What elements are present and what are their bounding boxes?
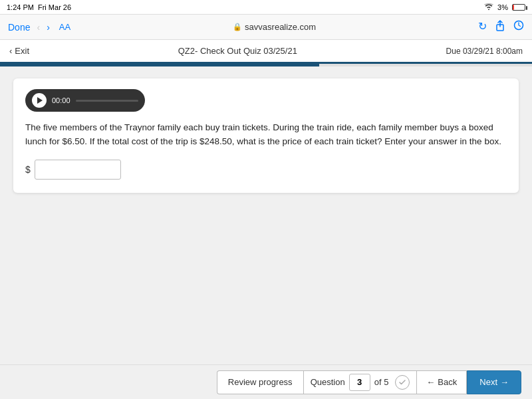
check-button[interactable]: [395, 375, 410, 390]
next-label: Next: [479, 377, 497, 387]
main-content: 00:00 The five members of the Traynor fa…: [0, 66, 532, 205]
back-label: Back: [438, 377, 457, 387]
quiz-topbar: ‹ Exit QZ2- Check Out Quiz 03/25/21 Due …: [0, 40, 532, 64]
question-text: The five members of the Traynor family e…: [25, 121, 507, 149]
dollar-sign: $: [25, 164, 31, 175]
status-time: 1:24 PM: [7, 3, 34, 11]
status-date: Fri Mar 26: [38, 3, 71, 11]
battery-icon: [512, 4, 525, 11]
forward-arrow-icon[interactable]: ›: [47, 22, 50, 33]
next-arrow-icon: →: [500, 377, 509, 387]
browser-nav-bar: Done ‹ › AA 🔒 savvasrealize.com ↻: [0, 15, 532, 40]
wifi-icon: [484, 3, 493, 11]
browser-actions: ↻: [478, 20, 524, 35]
question-card: 00:00 The five members of the Traynor fa…: [13, 78, 519, 193]
exit-label: Exit: [15, 46, 29, 56]
next-button[interactable]: Next →: [467, 370, 521, 394]
back-arrow-icon: ←: [426, 377, 435, 387]
of-total-label: of 5: [374, 377, 389, 387]
refresh-icon[interactable]: ↻: [478, 20, 487, 35]
footer: Review progress Question of 5 ← Back Nex…: [0, 364, 532, 399]
bookmark-icon[interactable]: [513, 20, 524, 35]
left-arrow-icon: ‹: [9, 46, 12, 56]
share-icon[interactable]: [495, 20, 505, 35]
audio-player: 00:00: [25, 89, 145, 112]
audio-track: [76, 100, 138, 102]
text-size-button[interactable]: AA: [59, 22, 70, 32]
quiz-title: QZ2- Check Out Quiz 03/25/21: [178, 46, 297, 56]
status-bar: 1:24 PM Fri Mar 26 3%: [0, 0, 532, 15]
url-bar: 🔒 savvasrealize.com: [77, 22, 471, 32]
exit-button[interactable]: ‹ Exit: [9, 46, 29, 56]
question-label: Question: [311, 377, 345, 387]
review-progress-button[interactable]: Review progress: [217, 370, 303, 394]
play-icon: [37, 97, 43, 104]
answer-input[interactable]: [35, 160, 121, 180]
battery-level: 3%: [497, 3, 508, 11]
question-number-input[interactable]: [349, 374, 370, 391]
audio-time: 00:00: [52, 96, 70, 104]
question-indicator: Question of 5: [303, 370, 417, 394]
done-button[interactable]: Done: [8, 22, 30, 33]
due-date: Due 03/29/21 8:00am: [446, 47, 523, 56]
answer-row: $: [25, 160, 507, 180]
back-button[interactable]: ← Back: [416, 370, 467, 394]
url-text: savvasrealize.com: [245, 22, 316, 32]
play-button[interactable]: [32, 93, 47, 108]
lock-icon: 🔒: [233, 23, 242, 31]
back-arrow-icon[interactable]: ‹: [37, 22, 40, 33]
